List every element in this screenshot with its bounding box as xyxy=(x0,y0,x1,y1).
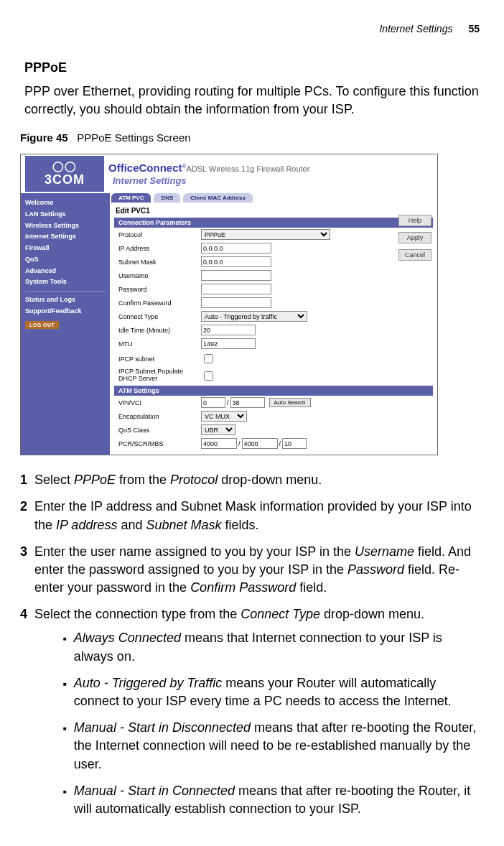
logo-rings-icon: ◯◯ xyxy=(52,161,77,171)
label-mtu: MTU xyxy=(118,340,201,348)
label-password: Password xyxy=(118,286,201,293)
label-encap: Encapsulation xyxy=(118,413,201,420)
bullet-manual-connected: Manual - Start in Connected means that a… xyxy=(63,782,484,818)
bullet-manual-disconnected: Manual - Start in Disconnected means tha… xyxy=(63,719,484,773)
router-sidebar: Welcome LAN Settings Wireless Settings I… xyxy=(21,193,110,455)
nav-status[interactable]: Status and Logs xyxy=(25,294,106,306)
nav-advanced[interactable]: Advanced xyxy=(25,266,106,277)
vpi-input[interactable] xyxy=(201,397,225,408)
logo-3com: ◯◯ 3COM xyxy=(25,156,104,192)
tab-dns[interactable]: DNS xyxy=(154,193,180,203)
step-2: Enter the IP address and Subnet Mask inf… xyxy=(20,498,484,534)
figure-text: PPPoE Settings Screen xyxy=(77,131,190,144)
auto-search-button[interactable]: Auto Search xyxy=(269,398,311,407)
nav-firewall[interactable]: Firewall xyxy=(25,243,106,254)
confirm-password-input[interactable] xyxy=(201,297,271,308)
step-3: Enter the user name assigned to you by y… xyxy=(20,543,484,598)
vci-input[interactable] xyxy=(230,397,265,408)
label-qos-class: QoS Class xyxy=(118,427,201,434)
scr-input[interactable] xyxy=(242,438,278,449)
label-idle: Idle Time (Minute) xyxy=(118,327,201,334)
cancel-button[interactable]: Cancel xyxy=(398,249,431,261)
figure-caption: Figure 45 PPPoE Settings Screen xyxy=(20,131,484,144)
pcr-input[interactable] xyxy=(201,438,237,449)
label-subnet: Subnet Mask xyxy=(118,259,201,266)
nav-support[interactable]: Support/Feedback xyxy=(25,306,106,317)
label-ipcp-subnet: IPCP subnet xyxy=(118,355,201,363)
edit-pvc-title: Edit PVC1 xyxy=(110,204,437,216)
ipcp-subnet-checkbox[interactable] xyxy=(204,354,213,363)
nav-lan[interactable]: LAN Settings xyxy=(25,209,106,220)
page-name: Internet Settings xyxy=(113,175,309,186)
label-pcr: PCR/SCR/MBS xyxy=(118,440,201,447)
tab-atm-pvc[interactable]: ATM PVC xyxy=(111,193,151,203)
section-intro: PPP over Ethernet, providing routing for… xyxy=(20,83,484,118)
logout-button[interactable]: LOG OUT xyxy=(25,321,59,329)
header-page-number: 55 xyxy=(468,23,480,34)
logo-text: 3COM xyxy=(45,172,85,187)
password-input[interactable] xyxy=(201,284,271,294)
router-header: ◯◯ 3COM OfficeConnect®ADSL Wireless 11g … xyxy=(21,154,437,193)
nav-welcome[interactable]: Welcome xyxy=(25,197,106,209)
apply-button[interactable]: Apply xyxy=(398,232,431,243)
label-connect-type: Connect Type xyxy=(118,313,201,320)
mbs-input[interactable] xyxy=(282,438,307,449)
mtu-input[interactable] xyxy=(201,338,256,349)
nav-internet[interactable]: Internet Settings xyxy=(25,231,106,243)
connect-type-select[interactable]: Auto - Triggered by traffic xyxy=(201,311,307,322)
ip-input[interactable] xyxy=(201,243,271,254)
tab-clone-mac[interactable]: Clone MAC Address xyxy=(183,193,253,203)
ipcp-dhcp-checkbox[interactable] xyxy=(204,371,213,381)
protocol-select[interactable]: PPPoE xyxy=(201,229,330,240)
label-protocol: Protocol xyxy=(118,231,201,238)
bullet-always: Always Connected means that Internet con… xyxy=(63,629,484,665)
panel-atm-settings: ATM Settings xyxy=(114,386,433,396)
step-1: Select PPPoE from the Protocol drop-down… xyxy=(20,471,484,489)
nav-qos[interactable]: QoS xyxy=(25,254,106,266)
label-vpi-vci: VPI/VCI xyxy=(118,399,201,406)
idle-input[interactable] xyxy=(201,325,256,335)
username-input[interactable] xyxy=(201,270,271,281)
step-4: Select the connection type from the Conn… xyxy=(20,605,484,827)
figure-label: Figure 45 xyxy=(20,131,68,144)
page-header: Internet Settings 55 xyxy=(20,23,484,34)
panel-connection-params: Connection Parameters xyxy=(114,218,433,228)
encap-select[interactable]: VC MUX xyxy=(201,411,247,422)
connect-type-options: Always Connected means that Internet con… xyxy=(63,629,484,818)
header-title: Internet Settings xyxy=(379,23,452,34)
label-username: Username xyxy=(118,272,201,279)
subnet-input[interactable] xyxy=(201,256,271,267)
instruction-list: Select PPPoE from the Protocol drop-down… xyxy=(20,471,484,827)
router-screenshot: ◯◯ 3COM OfficeConnect®ADSL Wireless 11g … xyxy=(20,154,438,455)
label-ip: IP Address xyxy=(118,245,201,252)
router-main: ATM PVC DNS Clone MAC Address Help Apply… xyxy=(110,193,437,455)
section-title: PPPoE xyxy=(20,60,484,75)
product-name: OfficeConnect®ADSL Wireless 11g Firewall… xyxy=(108,162,309,174)
help-button[interactable]: Help xyxy=(398,215,431,226)
bullet-auto: Auto - Triggered by Traffic means your R… xyxy=(63,674,484,710)
label-confirm: Confirm Password xyxy=(118,299,201,307)
label-ipcp-dhcp: IPCP Subnet Populate DHCP Server xyxy=(118,368,201,383)
nav-wireless[interactable]: Wireless Settings xyxy=(25,220,106,232)
nav-system[interactable]: System Tools xyxy=(25,276,106,288)
qos-select[interactable]: UBR xyxy=(201,424,235,435)
